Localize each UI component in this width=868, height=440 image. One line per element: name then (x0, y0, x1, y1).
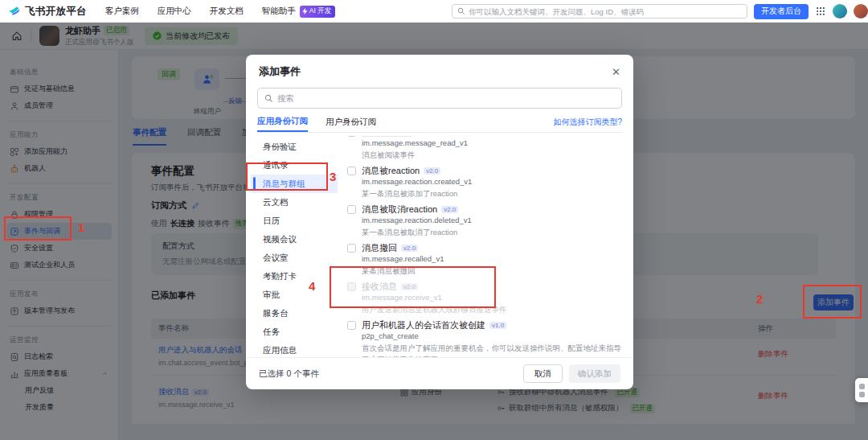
tab-app-subscription[interactable]: 应用身份订阅 (257, 112, 308, 132)
event-checkbox[interactable] (347, 205, 356, 214)
modal-search-input[interactable] (277, 93, 615, 103)
event-item[interactable]: 消息被取消reactionv2.0 im.message.reaction.de… (347, 204, 625, 238)
event-item-clipped[interactable]: im.message.message_read_v1 消息被阅读事件 (347, 136, 625, 161)
apps-grid-icon[interactable] (816, 6, 825, 16)
nav-assistant[interactable]: 智能助手 (262, 6, 296, 17)
secondary-avatar[interactable] (854, 4, 868, 19)
category-app-info[interactable]: 应用信息 (251, 341, 338, 357)
subscription-help-link[interactable]: 如何选择订阅类型? (553, 117, 622, 128)
event-checkbox[interactable] (347, 167, 356, 175)
search-icon (457, 7, 465, 15)
event-checkbox[interactable] (347, 136, 356, 137)
widget-icon (859, 392, 865, 397)
category-calendar[interactable]: 日历 (251, 212, 338, 230)
event-checkbox[interactable] (347, 321, 356, 330)
tab-user-subscription[interactable]: 用户身份订阅 (326, 112, 376, 132)
annotation-box-1 (4, 216, 72, 241)
modal-title: 添加事件 (259, 64, 301, 79)
category-identity[interactable]: 身份验证 (251, 138, 338, 156)
brand-title: 飞书开放平台 (25, 5, 87, 19)
category-meeting-room[interactable]: 会议室 (251, 249, 338, 267)
add-event-modal: 添加事件 ✕ 应用身份订阅 用户身份订阅 如何选择订阅类型? 身份验证 通讯录 … (246, 55, 633, 389)
feedback-widget[interactable] (855, 378, 868, 402)
version-badge: v2.0 (424, 167, 440, 175)
nav-customer-cases[interactable]: 客户案例 (105, 6, 139, 17)
category-task[interactable]: 任务 (251, 323, 338, 341)
search-icon (264, 94, 273, 103)
category-video-meeting[interactable]: 视频会议 (251, 230, 338, 249)
close-icon[interactable]: ✕ (612, 67, 620, 77)
annotation-number-1: 1 (78, 220, 84, 234)
lightning-icon (302, 8, 308, 14)
version-badge: v2.0 (401, 245, 418, 252)
top-navbar: 飞书开放平台 客户案例 应用中心 开发文档 智能助手 AI 开发 开发者后台 (0, 0, 868, 23)
developer-console-button[interactable]: 开发者后台 (754, 4, 809, 19)
nav-dev-docs[interactable]: 开发文档 (210, 6, 244, 17)
annotation-box-2 (803, 285, 862, 319)
selected-count: 已选择 0 个事件 (259, 368, 319, 380)
version-badge: v1.0 (489, 322, 506, 329)
annotation-box-3 (246, 162, 328, 191)
app-screen: 飞书开放平台 客户案例 应用中心 开发文档 智能助手 AI 开发 开发者后台 龙… (0, 0, 868, 440)
category-attendance[interactable]: 考勤打卡 (251, 267, 338, 286)
search-input[interactable] (469, 7, 742, 16)
event-item[interactable]: 用户和机器人的会话首次被创建v1.0 p2p_chat_create 首次会话是… (347, 319, 625, 357)
category-approval[interactable]: 审批 (251, 286, 338, 304)
category-docs[interactable]: 云文档 (251, 193, 338, 212)
annotation-number-2: 2 (756, 292, 763, 306)
cancel-button[interactable]: 取消 (523, 364, 563, 383)
confirm-add-button: 确认添加 (569, 364, 620, 383)
nav-app-center[interactable]: 应用中心 (158, 6, 191, 17)
version-badge: v2.0 (441, 206, 458, 213)
global-search[interactable] (452, 4, 747, 19)
event-item[interactable]: 消息被reactionv2.0 im.message.reaction.crea… (347, 165, 625, 199)
event-list[interactable]: im.message.message_read_v1 消息被阅读事件 消息被re… (338, 136, 633, 357)
ai-dev-badge[interactable]: AI 开发 (300, 6, 335, 18)
widget-icon (859, 384, 865, 389)
annotation-box-4 (330, 266, 496, 308)
annotation-number-4: 4 (309, 279, 315, 293)
user-avatar[interactable] (833, 4, 847, 19)
modal-search[interactable] (257, 88, 622, 109)
annotation-number-3: 3 (330, 170, 336, 183)
subscription-tabs: 应用身份订阅 用户身份订阅 如何选择订阅类型? (257, 112, 622, 133)
feishu-logo-icon (8, 5, 21, 18)
event-checkbox[interactable] (347, 244, 356, 253)
category-helpdesk[interactable]: 服务台 (251, 304, 338, 323)
modal-footer: 已选择 0 个事件 取消 确认添加 (246, 357, 633, 389)
